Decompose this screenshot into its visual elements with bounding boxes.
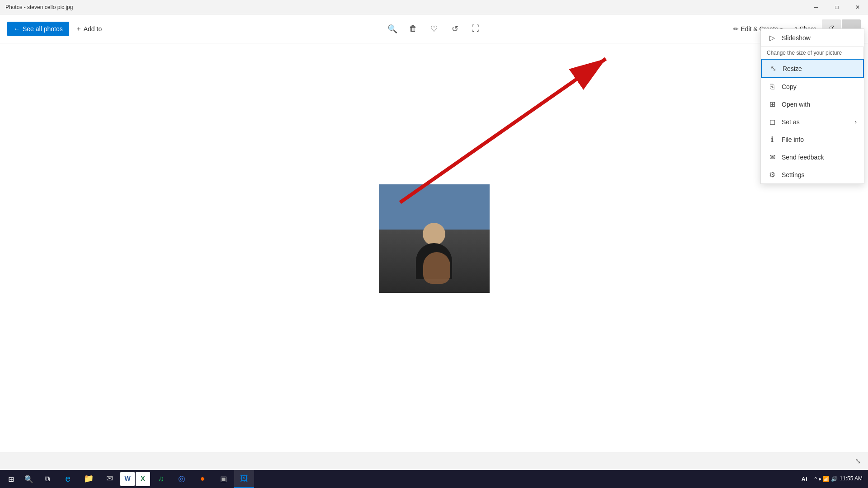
copy-label: Copy xyxy=(782,83,797,90)
task-view-icon: ⧉ xyxy=(45,475,50,483)
rotate-icon: ↺ xyxy=(452,24,458,34)
dropdown-item-open-with[interactable]: ⊞ Open with xyxy=(761,95,864,113)
system-icons: ^ ♦ 📶 🔊 xyxy=(815,476,838,482)
set-as-icon: ◻ xyxy=(768,117,776,126)
search-button[interactable]: 🔍 xyxy=(20,470,38,488)
zoom-button[interactable]: 🔍 xyxy=(383,19,402,38)
taskbar-ai-label[interactable]: Ai xyxy=(798,476,811,483)
dropdown-menu: ▷ Slideshow Change the size of your pict… xyxy=(760,28,864,184)
dropdown-item-resize[interactable]: ⤡ Resize xyxy=(761,59,864,78)
taskbar-app-2[interactable]: ▣ xyxy=(213,470,233,488)
window-title: Photos - steven cello pic.jpg xyxy=(5,4,73,10)
rotate-button[interactable]: ↺ xyxy=(445,19,464,38)
dropdown-item-settings[interactable]: ⚙ Settings xyxy=(761,166,864,183)
tooltip-text: Change the size of your picture xyxy=(767,50,842,56)
settings-label: Settings xyxy=(782,171,805,178)
bottom-bar: ⤡ xyxy=(0,452,868,470)
open-with-icon: ⊞ xyxy=(768,100,776,108)
close-button[interactable]: ✕ xyxy=(847,0,868,14)
plus-icon: ＋ xyxy=(75,25,82,33)
taskbar-app-mail[interactable]: ✉ xyxy=(99,470,119,488)
back-icon: ← xyxy=(14,25,20,33)
file-info-label: File info xyxy=(782,136,804,143)
photo-container xyxy=(379,184,490,293)
taskbar-app-edge[interactable]: e xyxy=(58,470,78,488)
send-feedback-label: Send feedback xyxy=(782,154,824,161)
taskbar-apps: e 📁 ✉ W X ♫ ◎ ● ▣ 🖼 xyxy=(58,470,254,488)
main-content xyxy=(0,43,868,470)
taskbar: ⊞ 🔍 ⧉ e 📁 ✉ W X ♫ ◎ ● ▣ 🖼 Ai ^ ♦ 📶 🔊 11:… xyxy=(0,470,868,488)
favorite-button[interactable]: ♡ xyxy=(425,19,443,38)
photo-image xyxy=(379,184,490,293)
taskbar-app-photos[interactable]: 🖼 xyxy=(234,470,254,488)
crop-icon: ⛶ xyxy=(472,24,480,33)
window-controls: ─ □ ✕ xyxy=(806,0,868,14)
minimize-button[interactable]: ─ xyxy=(806,0,826,14)
taskbar-app-explorer[interactable]: 📁 xyxy=(79,470,99,488)
add-to-label: Add to xyxy=(84,25,102,33)
open-with-label: Open with xyxy=(782,101,810,108)
taskbar-system-tray: ^ ♦ 📶 🔊 11:55 AM xyxy=(811,475,866,483)
dropdown-item-set-as[interactable]: ◻ Set as › xyxy=(761,113,864,131)
dropdown-item-send-feedback[interactable]: ✉ Send feedback xyxy=(761,148,864,166)
send-feedback-icon: ✉ xyxy=(768,153,776,161)
resize-label: Resize xyxy=(783,65,802,72)
dropdown-item-copy[interactable]: ⎘ Copy xyxy=(761,78,864,95)
set-as-chevron-icon: › xyxy=(855,119,857,125)
toolbar-center-controls: 🔍 🗑 ♡ ↺ ⛶ xyxy=(383,19,485,38)
dropdown-item-file-info[interactable]: ℹ File info xyxy=(761,131,864,148)
taskbar-app-spotify[interactable]: ♫ xyxy=(151,470,171,488)
dropdown-item-slideshow[interactable]: ▷ Slideshow xyxy=(761,29,864,47)
set-as-label: Set as xyxy=(782,118,800,126)
taskbar-app-chrome[interactable]: ◎ xyxy=(172,470,192,488)
search-icon: 🔍 xyxy=(24,475,33,483)
guitar-shape xyxy=(423,252,450,284)
file-info-icon: ℹ xyxy=(768,135,776,144)
title-bar: Photos - steven cello pic.jpg ─ □ ✕ xyxy=(0,0,868,14)
taskbar-app-1[interactable]: ● xyxy=(193,470,212,488)
main-toolbar: ← See all photos ＋ Add to 🔍 🗑 ♡ ↺ ⛶ ✏ Ed… xyxy=(0,14,868,43)
task-view-button[interactable]: ⧉ xyxy=(38,470,56,488)
heart-icon: ♡ xyxy=(430,24,438,34)
taskbar-app-excel[interactable]: X xyxy=(136,472,150,486)
zoom-icon: 🔍 xyxy=(387,24,397,34)
settings-icon: ⚙ xyxy=(768,170,776,179)
slideshow-icon: ▷ xyxy=(768,33,776,42)
crop-button[interactable]: ⛶ xyxy=(466,19,485,38)
delete-button[interactable]: 🗑 xyxy=(404,19,423,38)
slideshow-label: Slideshow xyxy=(782,34,811,42)
resize-tooltip: Change the size of your picture xyxy=(761,47,864,59)
resize-corner-icon[interactable]: ⤡ xyxy=(855,457,861,465)
taskbar-time[interactable]: 11:55 AM xyxy=(840,475,863,483)
edit-icon: ✏ xyxy=(733,25,739,33)
start-button[interactable]: ⊞ xyxy=(2,470,20,488)
see-all-photos-button[interactable]: ← See all photos xyxy=(7,22,69,36)
time-display: 11:55 AM xyxy=(840,475,863,483)
start-icon: ⊞ xyxy=(8,475,14,483)
copy-icon: ⎘ xyxy=(768,83,776,91)
delete-icon: 🗑 xyxy=(409,24,417,33)
add-to-button[interactable]: ＋ Add to xyxy=(69,21,108,37)
resize-icon: ⤡ xyxy=(769,64,777,73)
taskbar-app-word[interactable]: W xyxy=(120,472,135,486)
maximize-button[interactable]: □ xyxy=(826,0,847,14)
person-head xyxy=(423,223,445,245)
see-all-photos-label: See all photos xyxy=(23,25,63,33)
